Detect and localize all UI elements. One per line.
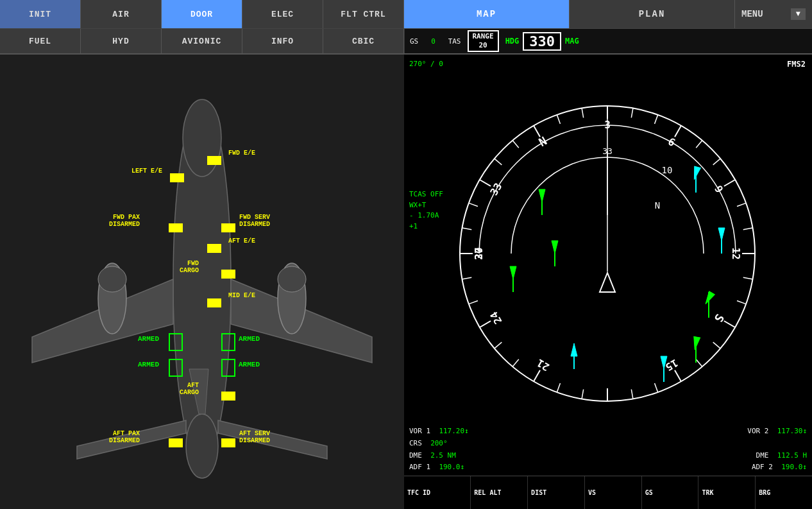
svg-line-54 <box>462 277 471 279</box>
svg-rect-11 <box>207 244 221 253</box>
svg-line-53 <box>469 301 478 304</box>
gs-footer-label: GS <box>645 489 695 496</box>
svg-text:24: 24 <box>487 309 504 326</box>
vs-label: VS <box>588 489 638 496</box>
svg-text:6: 6 <box>666 135 677 149</box>
vor2-label: VOR 2 <box>747 427 768 435</box>
svg-line-52 <box>480 321 491 327</box>
nd-menu[interactable]: MENU ▼ <box>735 0 812 28</box>
svg-line-32 <box>696 141 702 148</box>
svg-line-26 <box>557 115 560 124</box>
trk-label: TRK <box>702 489 752 496</box>
fwd-cargo-label: FWDCARGO <box>180 260 199 274</box>
aft-ee-label: AFT E/E <box>228 237 255 245</box>
svg-line-42 <box>696 359 702 367</box>
nav-init[interactable]: INIT <box>0 0 81 28</box>
svg-line-22 <box>480 180 491 186</box>
gs-label: GS 0 TAS <box>410 37 461 46</box>
fwd-pax-label: FWD PAXDISARMED <box>109 214 140 228</box>
brg-label: BRG <box>759 489 809 496</box>
svg-rect-12 <box>221 270 235 279</box>
fwd-serv-label: FWD SERVDISARMED <box>239 214 270 228</box>
svg-line-44 <box>655 383 658 392</box>
hdg-value: 330 <box>523 32 561 51</box>
svg-line-24 <box>512 141 519 148</box>
svg-line-33 <box>713 159 720 165</box>
aft-pax-label: AFT PAXDISARMED <box>109 430 140 444</box>
dme2-val: 112.5 H <box>777 451 807 460</box>
svg-text:33: 33 <box>602 146 613 156</box>
nd-tab-map[interactable]: MAP <box>404 0 570 28</box>
dist-label: DIST <box>531 489 581 496</box>
crs-val: 200° <box>430 439 448 447</box>
svg-point-4 <box>98 266 126 292</box>
vor2-val: 117.30↕ <box>777 427 807 435</box>
rel-alt-label: REL ALT <box>474 489 524 496</box>
svg-marker-71 <box>600 273 615 292</box>
svg-rect-10 <box>221 223 235 232</box>
dme-val: 2.5 NM <box>430 451 456 460</box>
svg-line-57 <box>469 203 478 206</box>
svg-rect-19 <box>169 438 183 447</box>
aft-cargo-label: AFTCARGO <box>180 382 199 396</box>
svg-line-29 <box>631 108 633 117</box>
range-box: RANGE 20 <box>468 30 499 53</box>
nav-avionic[interactable]: AVIONIC <box>162 29 242 53</box>
svg-text:S: S <box>712 312 727 325</box>
armed-label-3: ARMED <box>239 335 260 343</box>
left-ee-label: LEFT E/E <box>131 168 162 175</box>
nav-elec[interactable]: ELEC <box>242 0 323 28</box>
nav-air[interactable]: AIR <box>81 0 162 28</box>
svg-text:9: 9 <box>712 184 725 195</box>
svg-line-30 <box>655 115 658 124</box>
nd-tab-plan[interactable]: PLAN <box>570 0 735 28</box>
nav-fuel[interactable]: FUEL <box>0 29 81 53</box>
armed-label-2: ARMED <box>138 361 159 368</box>
nav-cbic[interactable]: CBIC <box>323 29 404 53</box>
svg-rect-20 <box>221 438 235 447</box>
svg-line-43 <box>675 370 681 381</box>
mid-ee-label: MID E/E <box>228 292 255 299</box>
gs-value: 0 <box>431 37 436 46</box>
svg-line-40 <box>724 321 735 327</box>
adf2-label: ADF 2 <box>752 463 773 471</box>
hdg-display: HDG 330 MAG <box>505 32 579 51</box>
svg-line-48 <box>557 383 560 392</box>
svg-line-25 <box>534 126 540 137</box>
nav-info[interactable]: INFO <box>242 29 323 53</box>
svg-rect-8 <box>170 173 184 182</box>
crs-label: CRS <box>409 439 422 447</box>
dme2-label: DME <box>756 451 769 460</box>
aft-serv-label: AFT SERVDISARMED <box>239 430 270 444</box>
svg-line-31 <box>675 126 681 137</box>
nav-door[interactable]: DOOR <box>162 0 242 28</box>
adf1-val: 190.0↕ <box>439 463 464 471</box>
svg-line-50 <box>512 359 519 367</box>
svg-point-2 <box>186 414 218 478</box>
svg-line-34 <box>724 180 735 186</box>
adf1-label: ADF 1 <box>409 463 430 471</box>
svg-text:N: N <box>655 200 660 211</box>
fms-label: FMS2 <box>787 60 806 69</box>
svg-line-35 <box>737 203 746 206</box>
fwd-ee-label: FWD E/E <box>228 150 255 157</box>
vor1-val: 117.20↕ <box>439 427 468 435</box>
svg-text:30: 30 <box>473 247 485 259</box>
armed-label-4: ARMED <box>239 361 260 368</box>
svg-rect-18 <box>221 392 235 401</box>
armed-label-1: ARMED <box>138 335 159 343</box>
svg-text:21: 21 <box>535 357 552 374</box>
track-info: 270° / 0 <box>409 60 443 68</box>
svg-point-6 <box>278 266 306 292</box>
vor1-label: VOR 1 <box>409 427 430 435</box>
nav-hyd[interactable]: HYD <box>81 29 162 53</box>
menu-arrow-icon: ▼ <box>791 8 806 20</box>
svg-rect-7 <box>207 156 221 165</box>
svg-rect-9 <box>169 223 183 232</box>
nav-fltctrl[interactable]: FLT CTRL <box>323 0 404 28</box>
svg-line-27 <box>582 108 584 117</box>
svg-line-41 <box>713 342 720 349</box>
svg-line-39 <box>737 301 746 304</box>
svg-line-38 <box>743 277 753 279</box>
svg-line-36 <box>743 228 753 230</box>
